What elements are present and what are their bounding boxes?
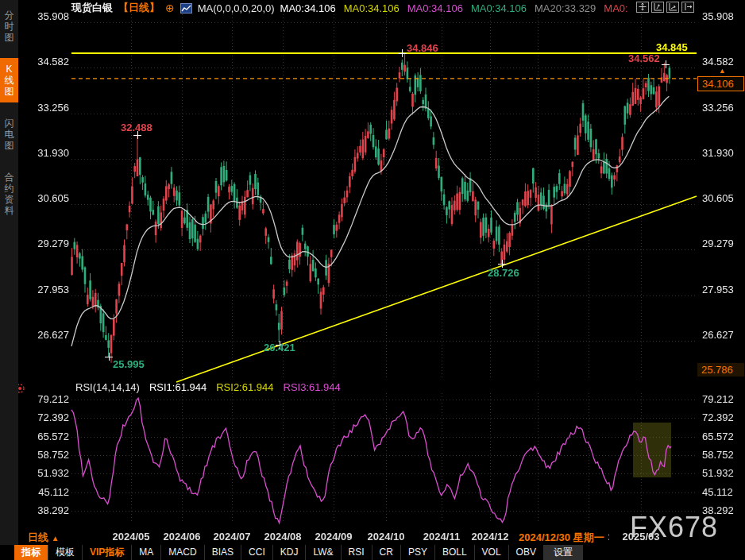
price-tick-left: 26.627 xyxy=(24,329,69,341)
rsi-value-1: RSI1:61.944 xyxy=(149,381,207,393)
fx678-watermark: FX678 xyxy=(630,511,718,544)
dropdown-arrow-icon: ▲ xyxy=(52,534,60,543)
ma-value-3: MA0:34.106 xyxy=(407,2,463,14)
toolbar-item-LW&[interactable]: LW& xyxy=(306,545,341,560)
price-annotation: 25.995 xyxy=(113,358,145,370)
sidebar-tab-3[interactable]: 闪 电 图 xyxy=(0,112,18,156)
price-tick-right: 35.908 xyxy=(702,10,734,22)
rsi-tick-left: 58.752 xyxy=(24,449,69,461)
rsi-tick-left: 79.212 xyxy=(24,393,69,405)
price-tick-right: 34.582 xyxy=(702,56,734,68)
rsi-values: RSI1:61.944RSI2:61.944RSI3:61.944 xyxy=(149,381,341,393)
sidebar-tab-1[interactable]: 分 时 图 xyxy=(0,4,18,48)
price-up-arrow-icon: ▲ xyxy=(719,67,726,75)
price-annotation: 28.726 xyxy=(488,267,519,279)
chart-canvas[interactable] xyxy=(0,0,745,560)
toolbar-item-模板[interactable]: 模板 xyxy=(48,545,83,560)
ma-value-5: MA20:33.329 xyxy=(535,2,596,14)
price-tick-left: 30.605 xyxy=(24,192,69,204)
rsi-value-3: RSI3:61.944 xyxy=(284,381,341,393)
mini-chart-icon xyxy=(180,3,192,14)
price-tick-right: 33.256 xyxy=(702,102,734,114)
price-tick-right: 27.953 xyxy=(702,284,734,295)
scale-x-axis-button[interactable] xyxy=(666,2,679,13)
sidebar-tab-2[interactable]: K 线 图 xyxy=(0,58,18,102)
price-tick-right: 26.627 xyxy=(702,329,734,341)
ma-value-2: MA0:34.106 xyxy=(344,2,400,14)
period-tag: 【日线】 xyxy=(118,1,160,15)
price-annotation: 34.845 xyxy=(656,41,688,53)
timeframe-label: 日线 xyxy=(28,531,48,543)
price-tick-left: 33.256 xyxy=(24,102,69,114)
month-label: 2024/12 xyxy=(465,531,515,543)
ma-value-4: MA0:34.106 xyxy=(471,2,527,14)
price-tick-left: 29.279 xyxy=(24,238,69,249)
left-sidebar: 分 时 图K 线 图闪 电 图合 约 资 料 xyxy=(0,0,18,560)
rsi-tick-left: 45.112 xyxy=(24,486,69,498)
rsi-tick-right: 45.112 xyxy=(702,486,733,498)
toolbar-item-PSY[interactable]: PSY xyxy=(401,545,435,560)
rsi-tick-left: 51.932 xyxy=(24,467,69,479)
toolbar-item-MA[interactable]: MA xyxy=(132,545,161,560)
price-annotation: 34.562 xyxy=(628,52,660,64)
rsi-formula: RSI(14,14,14) xyxy=(75,381,140,393)
price-tick-right: 30.605 xyxy=(702,192,734,204)
toolbar-item-VIP指标[interactable]: VIP指标 xyxy=(83,545,132,560)
move-crosshair-button[interactable] xyxy=(636,2,649,13)
move-crosshair-icon xyxy=(638,0,647,14)
price-annotation: 34.846 xyxy=(407,42,438,54)
indicator-toolbar: 指标模板VIP指标MAMACDBIASCCIKDJLW&RSICRPSYBOLL… xyxy=(0,545,745,560)
rsi-value-2: RSI2:61.944 xyxy=(216,381,273,393)
month-label: 2024/08 xyxy=(257,531,308,543)
month-label: 2024/06 xyxy=(156,531,207,543)
rsi-tick-right: 51.932 xyxy=(702,467,734,479)
scale-y-axis-button[interactable] xyxy=(651,2,664,13)
price-tick-left: 27.953 xyxy=(24,284,69,295)
sidebar-tab-4[interactable]: 合 约 资 料 xyxy=(0,166,18,222)
toolbar-item-CR[interactable]: CR xyxy=(372,545,401,560)
ma-value-6: MA0: xyxy=(604,2,627,14)
rsi-tick-left: 72.392 xyxy=(24,411,69,423)
price-annotation: 32.488 xyxy=(121,122,152,133)
toolbar-item-KDJ[interactable]: KDJ xyxy=(273,545,307,560)
scale-y-axis-icon xyxy=(653,0,662,14)
crosshair-date-tooltip: 2024/12/30 星期一 xyxy=(515,530,608,546)
scale-x-axis-icon xyxy=(668,0,677,14)
rsi-tick-right: 58.752 xyxy=(702,449,734,461)
toolbar-gap xyxy=(0,545,14,560)
rsi-tick-right: 79.212 xyxy=(702,393,734,405)
toolbar-item-指标[interactable]: 指标 xyxy=(14,545,48,560)
symbol-name: 现货白银 xyxy=(71,1,113,15)
ma-formula: MA(0,0,0,0,20,0) xyxy=(198,2,275,14)
low-price-badge: 25.786 xyxy=(697,363,744,377)
month-label: 2024/09 xyxy=(308,531,359,543)
price-tick-right: 29.279 xyxy=(702,238,734,249)
month-label: 2024/05 xyxy=(106,531,156,543)
rsi-tick-right: 65.572 xyxy=(702,431,734,442)
rsi-tick-right: 72.392 xyxy=(702,411,734,423)
chart-header: 现货白银 【日线】 ⊕ MA(0,0,0,0,20,0) MA0:34.106M… xyxy=(71,2,628,14)
rsi-tick-left: 65.572 xyxy=(24,431,69,442)
price-annotation: 26.421 xyxy=(264,342,295,353)
pan-right-button[interactable] xyxy=(681,2,694,13)
price-tick-left: 34.582 xyxy=(24,56,69,68)
month-label: 2024/07 xyxy=(207,531,257,543)
toolbar-item-MACD[interactable]: MACD xyxy=(161,545,204,560)
toolbar-item-BOLL[interactable]: BOLL xyxy=(435,545,475,560)
toolbar-item-OBV[interactable]: OBV xyxy=(509,545,544,560)
circle-plus-icon[interactable]: ⊕ xyxy=(165,3,175,14)
timeframe-selector[interactable]: 日线 ▲ xyxy=(28,531,60,545)
ma-values: MA0:34.106MA0:34.106MA0:34.106MA0:34.106… xyxy=(280,2,628,14)
month-label: 2024/10 xyxy=(361,531,411,543)
ma-value-1: MA0:34.106 xyxy=(280,2,336,14)
toolbar-item-设置[interactable]: 设置 xyxy=(544,545,583,560)
toolbar-item-VOL[interactable]: VOL xyxy=(475,545,509,560)
rsi-header: RSI(14,14,14) RSI1:61.944RSI2:61.944RSI3… xyxy=(75,381,341,393)
trading-app: 分 时 图K 线 图闪 电 图合 约 资 料 现货白银 【日线】 ⊕ MA(0,… xyxy=(0,0,745,560)
toolbar-item-CCI[interactable]: CCI xyxy=(241,545,273,560)
toolbar-item-BIAS[interactable]: BIAS xyxy=(205,545,241,560)
current-price-badge: 34.106 xyxy=(697,76,744,91)
rsi-tick-left: 38.292 xyxy=(24,504,69,516)
pan-right-icon xyxy=(683,0,693,14)
toolbar-item-RSI[interactable]: RSI xyxy=(342,545,372,560)
